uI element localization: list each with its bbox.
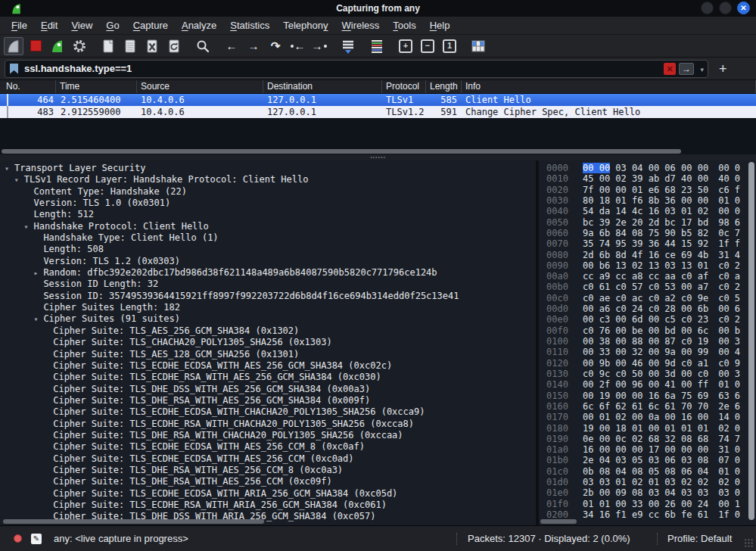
go-to-packet-button[interactable]: ↷ (266, 37, 285, 55)
detail-line[interactable]: Content Type: Handshake (22) (0, 186, 536, 198)
hex-row-01b0[interactable]: 01b02e 04 03 05 03 06 03 0807 0 (539, 455, 756, 465)
apply-filter-button[interactable]: → (679, 63, 694, 75)
menu-item-tools[interactable]: Tools (386, 17, 422, 34)
column-header-no[interactable]: No. (0, 80, 56, 93)
menu-item-view[interactable]: View (64, 17, 99, 34)
expanded-arrow-icon[interactable]: ▾ (5, 163, 9, 174)
hex-row-0160[interactable]: 01606c 6f 62 61 6c 61 70 702e 6 (539, 401, 756, 412)
menu-item-capture[interactable]: Capture (126, 17, 175, 34)
hex-row-0090[interactable]: 009000 b6 13 02 13 03 13 01c0 2 (539, 260, 756, 271)
clear-filter-button[interactable]: ✕ (664, 63, 676, 75)
hex-row-01a0[interactable]: 01a016 00 00 00 17 00 00 0031 0 (539, 444, 756, 455)
detail-line[interactable]: Cipher Suite: TLS_ECDHE_RSA_WITH_CHACHA2… (0, 419, 536, 430)
menu-item-go[interactable]: Go (99, 17, 126, 34)
find-packet-button[interactable] (193, 37, 213, 55)
detail-line[interactable]: Cipher Suite: TLS_DHE_RSA_WITH_CHACHA20_… (0, 430, 536, 441)
go-last-packet-button[interactable]: → (310, 37, 329, 55)
detail-line[interactable]: ▾Cipher Suites (91 suites) (0, 313, 536, 325)
detail-line[interactable]: Version: TLS 1.2 (0x0303) (0, 256, 536, 267)
column-header-protocol[interactable]: Protocol (382, 80, 426, 93)
hex-row-0000[interactable]: 000000 00 03 04 00 06 00 0000 0 (539, 163, 756, 173)
hex-row-0080[interactable]: 00802d 6b 8d 4f 16 ce 69 4b31 4 (539, 250, 756, 260)
capture-comment-icon[interactable]: ✎ (31, 534, 42, 544)
detail-line[interactable]: Cipher Suite: TLS_ECDHE_ECDSA_WITH_AES_2… (0, 441, 536, 453)
detail-line[interactable]: Cipher Suite: TLS_AES_256_GCM_SHA384 (0x… (0, 325, 536, 337)
detail-line[interactable]: Cipher Suite: TLS_DHE_RSA_WITH_AES_256_C… (0, 476, 536, 487)
zoom-in-button[interactable]: + (396, 37, 415, 55)
detail-line[interactable]: Cipher Suite: TLS_ECDHE_RSA_WITH_ARIA_25… (0, 500, 536, 511)
resize-columns-button[interactable] (468, 37, 488, 55)
start-capture-button[interactable] (4, 37, 23, 55)
detail-line[interactable]: ▸Random: dfbc392e202dbc17bd986d38f621148… (0, 267, 536, 279)
collapsed-arrow-icon[interactable]: ▸ (33, 267, 38, 279)
detail-line[interactable]: Cipher Suite: TLS_ECDHE_RSA_WITH_AES_256… (0, 372, 536, 383)
pane-splitter[interactable]: •••••• (0, 154, 756, 160)
menu-item-help[interactable]: Help (423, 17, 457, 34)
expanded-arrow-icon[interactable]: ▾ (14, 174, 19, 185)
hex-row-01c0[interactable]: 01c00b 08 04 08 05 08 06 0401 0 (539, 466, 756, 477)
minimize-button[interactable] (701, 2, 714, 14)
zoom-out-button[interactable]: − (418, 37, 437, 55)
detail-line[interactable]: Cipher Suite: TLS_DHE_DSS_WITH_AES_256_G… (0, 384, 536, 395)
hex-row-0050[interactable]: 0050bc 39 2e 20 2d bc 17 bd98 6 (539, 217, 756, 228)
close-file-button[interactable] (142, 37, 162, 55)
hex-row-01e0[interactable]: 01e02b 00 09 08 03 04 03 0303 0 (539, 487, 756, 498)
hex-row-00e0[interactable]: 00e000 c3 00 6d 00 c5 c0 23c0 2 (539, 314, 756, 325)
menu-item-statistics[interactable]: Statistics (223, 17, 276, 34)
packet-row-483[interactable]: 4832.91255900010.4.0.6127.0.0.1TLSv1.259… (0, 106, 756, 118)
hex-row-00c0[interactable]: 00c0c0 ae c0 ac c0 a2 c0 9ec0 5 (539, 293, 756, 304)
column-header-time[interactable]: Time (56, 80, 137, 93)
go-back-button[interactable]: ← (222, 37, 241, 55)
capture-status-icon[interactable] (14, 534, 22, 543)
expanded-arrow-icon[interactable]: ▾ (33, 313, 38, 325)
column-header-destination[interactable]: Destination (263, 80, 382, 93)
save-file-button[interactable] (120, 37, 140, 55)
detail-line[interactable]: Cipher Suite: TLS_AES_128_GCM_SHA256 (0x… (0, 349, 536, 360)
profile-label[interactable]: Profile: Default (667, 533, 732, 544)
resize-grip[interactable] (744, 538, 754, 548)
hex-hscrollbar[interactable] (540, 519, 737, 524)
zoom-100-button[interactable]: 1 (440, 37, 459, 55)
detail-line[interactable]: ▾Handshake Protocol: Client Hello (0, 221, 536, 232)
detail-line[interactable]: Cipher Suite: TLS_ECDHE_ECDSA_WITH_AES_2… (0, 453, 536, 465)
hex-row-0180[interactable]: 018019 00 18 01 00 01 01 0102 0 (539, 423, 756, 434)
detail-line[interactable]: Cipher Suite: TLS_ECDHE_ECDSA_WITH_ARIA_… (0, 488, 536, 500)
detail-line[interactable]: Length: 512 (0, 209, 536, 220)
detail-line[interactable]: ▾Transport Layer Security (0, 163, 536, 174)
detail-line[interactable]: Handshake Type: Client Hello (1) (0, 232, 536, 244)
detail-line[interactable]: Cipher Suites Length: 182 (0, 302, 536, 313)
hex-row-0120[interactable]: 012000 9b 00 46 00 9d c0 a1c0 9 (539, 358, 756, 369)
open-file-button[interactable] (98, 37, 118, 55)
capture-options-button[interactable] (70, 37, 89, 55)
hex-row-0030[interactable]: 003080 18 01 f6 8b 36 00 0001 0 (539, 195, 756, 206)
auto-scroll-button[interactable] (338, 37, 358, 55)
detail-line[interactable]: Session ID Length: 32 (0, 279, 536, 290)
detail-line[interactable]: Cipher Suite: TLS_DHE_RSA_WITH_AES_256_G… (0, 395, 536, 406)
hex-row-0040[interactable]: 004054 da 14 4c 16 03 01 0200 0 (539, 206, 756, 216)
filter-dropdown-caret[interactable]: ▾ (700, 66, 704, 73)
expanded-arrow-icon[interactable]: ▾ (24, 221, 29, 232)
hex-row-0100[interactable]: 010000 38 00 88 00 87 c0 1900 3 (539, 336, 756, 347)
hex-row-00f0[interactable]: 00f0c0 76 00 be 00 bd 00 6c00 b (539, 325, 756, 336)
menu-item-telephony[interactable]: Telephony (276, 17, 334, 34)
detail-line[interactable]: Cipher Suite: TLS_ECDHE_ECDSA_WITH_AES_2… (0, 360, 536, 372)
reload-file-button[interactable] (164, 37, 184, 55)
packet-row-464[interactable]: 4642.51546040010.4.0.6127.0.0.1TLSv1585C… (0, 94, 756, 106)
add-filter-button[interactable]: + (719, 62, 727, 76)
hex-row-00b0[interactable]: 00b0c0 61 c0 57 c0 53 00 a7c0 2 (539, 282, 756, 292)
hex-row-0060[interactable]: 00609a 6b 84 08 75 90 b5 820c 7 (539, 228, 756, 238)
hex-row-0140[interactable]: 014000 2f 00 96 00 41 00 ff01 0 (539, 379, 756, 390)
details-hscrollbar[interactable] (3, 519, 533, 524)
restart-capture-button[interactable] (48, 37, 67, 55)
detail-line[interactable]: Version: TLS 1.0 (0x0301) (0, 198, 536, 209)
packet-list-hscrollbar[interactable] (2, 149, 754, 154)
hex-row-0170[interactable]: 017000 01 02 00 0a 00 16 0014 0 (539, 412, 756, 422)
detail-line[interactable]: Length: 508 (0, 244, 536, 255)
hex-row-0150[interactable]: 015000 19 00 00 16 6a 75 6963 6 (539, 391, 756, 401)
detail-line[interactable]: Session ID: 35749539364415921ff8997f9922… (0, 291, 536, 302)
menu-item-analyze[interactable]: Analyze (175, 17, 223, 34)
hex-row-0020[interactable]: 00207f 00 00 01 e6 68 23 50c6 f (539, 185, 756, 195)
detail-line[interactable]: Cipher Suite: TLS_DHE_RSA_WITH_AES_256_C… (0, 465, 536, 476)
display-filter-input[interactable]: ssl.handshake.type==1 ✕ → ▾ (5, 60, 708, 78)
hex-row-01f0[interactable]: 01f001 01 00 33 00 26 00 2400 1 (539, 499, 756, 509)
